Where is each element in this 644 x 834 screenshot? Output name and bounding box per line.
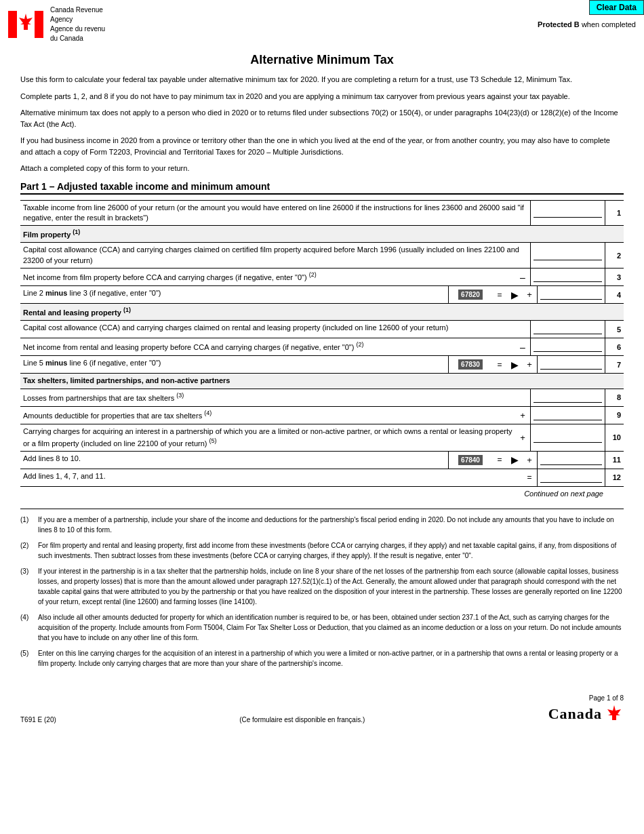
row2-value[interactable] — [534, 250, 602, 260]
row6-sign: – — [515, 338, 530, 355]
canada-wordmark-leaf-icon — [605, 704, 624, 723]
row8-value[interactable] — [534, 393, 602, 403]
row7-linenum: 7 — [605, 356, 624, 373]
table-row: Add lines 1, 4, 7, and 11. = 12 — [20, 469, 624, 486]
continued-text: Continued on next page — [20, 490, 624, 498]
footnote-num-4: (4) — [20, 612, 34, 643]
table-row: Capital cost allowance (CCA) and carryin… — [20, 320, 624, 338]
table-row: Net income from film property before CCA… — [20, 268, 624, 285]
row11-value[interactable] — [540, 455, 602, 465]
row3-linenum: 3 — [605, 269, 624, 285]
row3-input[interactable] — [530, 269, 605, 285]
table-row: Amounts deductible for properties that a… — [20, 406, 624, 424]
intro-section: Use this form to calculate your federal … — [20, 74, 624, 174]
row1-value[interactable] — [534, 207, 602, 218]
row8-label: Losses from partnerships that are tax sh… — [20, 389, 530, 406]
row12-value[interactable] — [540, 473, 602, 483]
row5-linenum: 5 — [605, 321, 624, 338]
footnote-text-2: For film property and rental and leasing… — [38, 540, 624, 561]
intro-para-3: Alternative minimum tax does not apply t… — [20, 107, 624, 130]
canada-wordmark: Canada — [548, 704, 624, 723]
footnote-5: (5) Enter on this line carrying charges … — [20, 648, 624, 669]
protected-label: Protected B when completed — [538, 20, 636, 28]
row6-label: Net income from rental and leasing prope… — [20, 338, 515, 355]
row10-linenum: 10 — [605, 424, 624, 451]
row8-input[interactable] — [530, 389, 605, 406]
footnote-1: (1) If you are a member of a partnership… — [20, 515, 624, 535]
row2-input[interactable] — [530, 243, 605, 268]
rental-property-label: Rental and leasing property (1) — [20, 304, 624, 320]
row12-equals: = — [522, 469, 537, 486]
row11-input[interactable] — [537, 452, 605, 469]
form-title: Alternative Minimum Tax — [20, 53, 624, 67]
row7-input[interactable] — [537, 356, 605, 373]
row4-linenum: 4 — [605, 286, 624, 303]
row11-code: 67840 — [448, 452, 492, 469]
page-footer: T691 E (20) (Ce formulaire est disponibl… — [0, 688, 644, 730]
row7-value[interactable] — [540, 359, 602, 370]
svg-marker-5 — [607, 705, 621, 715]
row5-value[interactable] — [534, 324, 602, 334]
row10-input[interactable] — [530, 424, 605, 451]
row6-input[interactable] — [530, 338, 605, 355]
footnote-text-5: Enter on this line carrying charges for … — [38, 648, 624, 669]
row4-value[interactable] — [540, 290, 602, 300]
form-id: T691 E (20) — [20, 716, 56, 723]
table-row: Line 5 minus line 6 (if negative, enter … — [20, 355, 624, 373]
row10-value[interactable] — [534, 433, 602, 443]
row11-arrow: ▶ — [507, 452, 522, 469]
row3-value[interactable] — [534, 272, 602, 282]
page-header: Canada Revenue Agency Agence du revenu d… — [0, 0, 644, 46]
row1-input[interactable] — [530, 201, 605, 226]
footnote-num-3: (3) — [20, 566, 34, 607]
row4-equals: = — [492, 286, 507, 303]
row10-label: Carrying charges for acquiring an intere… — [20, 424, 515, 451]
row7-arrow: ▶ — [507, 356, 522, 373]
row7-equals: = — [492, 356, 507, 373]
row9-value[interactable] — [534, 410, 602, 420]
row4-code: 67820 — [448, 286, 492, 303]
svg-rect-6 — [612, 715, 616, 720]
row9-label: Amounts deductible for properties that a… — [20, 407, 515, 424]
row11-linenum: 11 — [605, 452, 624, 469]
canada-flag-icon — [8, 11, 43, 38]
clear-data-button[interactable]: Clear Data — [589, 0, 644, 15]
tax-shelters-label: Tax shelters, limited partnerships, and … — [20, 374, 624, 388]
footnote-3: (3) If your interest in the partnership … — [20, 566, 624, 607]
footnote-2: (2) For film property and rental and lea… — [20, 540, 624, 561]
intro-para-4: If you had business income in 2020 from … — [20, 135, 624, 157]
row12-input[interactable] — [537, 469, 605, 486]
table-row: Losses from partnerships that are tax sh… — [20, 389, 624, 406]
row5-label: Capital cost allowance (CCA) and carryin… — [20, 321, 530, 338]
row7-code: 67830 — [448, 356, 492, 373]
row11-equals: = — [492, 452, 507, 469]
table-row: Carrying charges for acquiring an intere… — [20, 424, 624, 451]
intro-para-2: Complete parts 1, 2, and 8 if you do not… — [20, 91, 624, 102]
footnote-4: (4) Also include all other amounts deduc… — [20, 612, 624, 643]
row12-label: Add lines 1, 4, 7, and 11. — [20, 469, 522, 486]
row8-linenum: 8 — [605, 389, 624, 406]
row2-linenum: 2 — [605, 243, 624, 268]
row1-label: Taxable income from line 26000 of your r… — [20, 201, 530, 226]
footnote-text-3: If your interest in the partnership is i… — [38, 566, 624, 607]
footnotes-section: (1) If you are a member of a partnership… — [20, 509, 624, 669]
footnote-text-4: Also include all other amounts deducted … — [38, 612, 624, 643]
row9-input[interactable] — [530, 407, 605, 424]
row5-input[interactable] — [530, 321, 605, 338]
agency-name: Canada Revenue Agency Agence du revenu d… — [50, 5, 105, 43]
rental-property-header-row: Rental and leasing property (1) — [20, 303, 624, 320]
row4-input[interactable] — [537, 286, 605, 303]
agency-logo-area: Canada Revenue Agency Agence du revenu d… — [8, 5, 105, 43]
row10-sign: + — [515, 424, 530, 451]
row6-value[interactable] — [534, 342, 602, 352]
row1-linenum: 1 — [605, 201, 624, 226]
page-info: Page 1 of 8 — [589, 694, 624, 702]
row3-sign: – — [515, 269, 530, 285]
part1-header: Part 1 – Adjusted taxable income and min… — [20, 181, 624, 195]
footnote-text-1: If you are a member of a partnership, in… — [38, 515, 624, 535]
footnote-num-1: (1) — [20, 515, 34, 535]
film-property-header-row: Film property (1) — [20, 225, 624, 242]
form-rows: Taxable income from line 26000 of your r… — [20, 200, 624, 487]
svg-rect-4 — [24, 24, 28, 30]
row11-plus: + — [522, 452, 537, 469]
